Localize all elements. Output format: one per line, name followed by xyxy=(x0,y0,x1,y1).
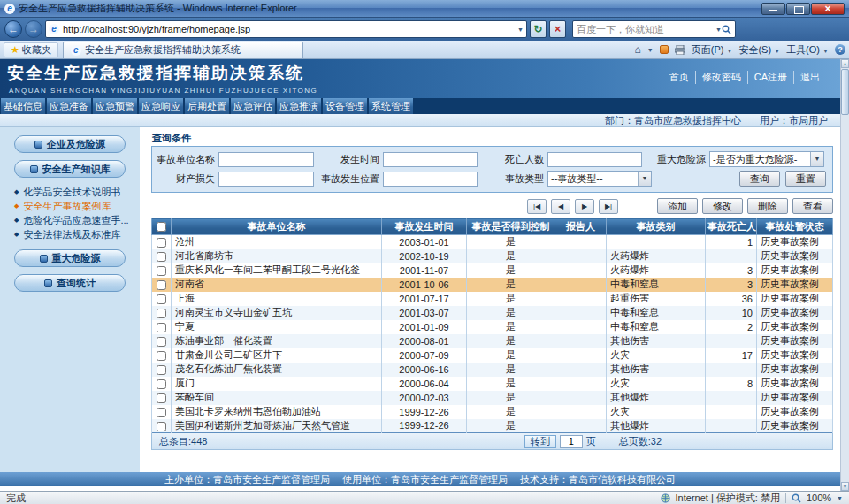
row-checkbox[interactable] xyxy=(157,280,166,290)
table-row[interactable]: 上海2001-07-17是起重伤害36历史事故案例 xyxy=(152,292,833,306)
url-text[interactable]: http://localhost:90/yjzh/frame/homepage.… xyxy=(63,24,514,34)
view-button[interactable]: 查看 xyxy=(792,198,833,214)
row-checkbox[interactable] xyxy=(157,422,166,431)
minimize-button[interactable] xyxy=(761,3,785,15)
unit-name-input[interactable] xyxy=(218,152,314,167)
sidebar-link-hazmat-quick-ref[interactable]: ◆ 危险化学品应急速查手... xyxy=(14,213,140,227)
table-row[interactable]: 河北省廊坊市2002-10-19是火药爆炸历史事故案例 xyxy=(152,249,833,263)
major-hazard-select[interactable]: -是否为重大危险源- ▼ xyxy=(709,151,824,167)
row-checkbox[interactable] xyxy=(157,252,166,262)
property-loss-input[interactable] xyxy=(218,172,314,187)
goto-page-input[interactable] xyxy=(560,435,583,448)
close-button[interactable] xyxy=(811,3,845,15)
sidebar-item-major-hazard[interactable]: 重大危险源 xyxy=(14,249,126,267)
back-button[interactable] xyxy=(4,20,22,38)
row-checkbox[interactable] xyxy=(157,379,166,389)
pager-last-button[interactable]: ▶| xyxy=(599,199,618,214)
menu-equipment[interactable]: 设备管理 xyxy=(323,98,367,114)
search-icon[interactable] xyxy=(722,25,731,34)
table-row[interactable]: 美国伊利诺斯州芝加哥炼油厂天然气管道1999-12-26是其他爆炸历史事故案例 xyxy=(152,419,833,433)
row-checkbox[interactable] xyxy=(157,294,166,304)
menu-emergency-drill[interactable]: 应急推演 xyxy=(277,98,321,114)
sidebar-item-query-stats[interactable]: 查询统计 xyxy=(14,274,126,292)
menu-emergency-warning[interactable]: 应急预警 xyxy=(93,98,137,114)
link-home[interactable]: 首页 xyxy=(663,71,695,84)
row-checkbox[interactable] xyxy=(157,323,166,332)
modify-button[interactable]: 修改 xyxy=(702,198,743,214)
link-change-password[interactable]: 修改密码 xyxy=(695,71,747,84)
print-icon[interactable] xyxy=(675,45,685,55)
search-box[interactable]: 百度一下，你就知道 ▼ xyxy=(572,20,736,38)
link-ca-register[interactable]: CA注册 xyxy=(747,71,793,84)
search-button[interactable]: 查询 xyxy=(739,171,780,187)
row-checkbox[interactable] xyxy=(157,238,166,248)
menu-emergency-response[interactable]: 应急响应 xyxy=(139,98,183,114)
scroll-down-icon[interactable] xyxy=(841,482,849,491)
tools-menu[interactable]: 工具(O) ▼ xyxy=(786,43,829,57)
menu-system[interactable]: 系统管理 xyxy=(369,98,413,114)
location-input[interactable] xyxy=(383,172,478,187)
delete-button[interactable]: 删除 xyxy=(747,198,788,214)
table-row[interactable]: 炼油事业部一催化装置2000-08-01是其他伤害历史事故案例 xyxy=(152,334,833,348)
address-bar[interactable]: e http://localhost:90/yjzh/frame/homepag… xyxy=(45,20,527,38)
pager-first-button[interactable]: |◀ xyxy=(527,199,547,214)
search-placeholder[interactable]: 百度一下，你就知道 xyxy=(577,23,715,36)
menu-emergency-evaluate[interactable]: 应急评估 xyxy=(231,98,275,114)
reset-button[interactable]: 重置 xyxy=(785,171,826,187)
help-icon[interactable]: ? xyxy=(835,44,845,55)
pager-prev-button[interactable]: ◀ xyxy=(551,199,570,214)
sidebar-link-chemical-msds[interactable]: ◆ 化学品安全技术说明书 xyxy=(14,185,140,199)
active-tab[interactable]: e 安全生产应急救援指挥辅助决策系统 xyxy=(63,42,303,58)
row-checkbox[interactable] xyxy=(157,266,166,276)
add-button[interactable]: 添加 xyxy=(657,198,698,214)
sidebar-item-knowledge-base[interactable]: 安全生产知识库 xyxy=(14,160,126,178)
table-row[interactable]: 河南灵宝市义寺山金矿五坑2001-03-07是中毒和窒息10历史事故案例 xyxy=(152,306,833,320)
table-row[interactable]: 苯酚车间2000-02-03是其他爆炸历史事故案例 xyxy=(152,391,833,405)
row-checkbox[interactable] xyxy=(157,393,166,403)
table-row[interactable]: 茂名石化炼油厂焦化装置2000-06-16是其他伤害历史事故案例 xyxy=(152,363,833,377)
page-menu[interactable]: 页面(P) ▼ xyxy=(692,43,733,57)
table-row[interactable]: 甘肃金川公司二矿区井下2000-07-09是火灾17历史事故案例 xyxy=(152,348,833,363)
safety-menu[interactable]: 安全(S) ▼ xyxy=(738,43,780,57)
address-dropdown-icon[interactable]: ▼ xyxy=(517,27,524,33)
goto-page-button[interactable]: 转到 xyxy=(524,435,556,448)
search-dropdown-icon[interactable]: ▼ xyxy=(715,27,722,33)
home-dropdown-icon[interactable]: ▼ xyxy=(647,47,654,53)
forward-button[interactable] xyxy=(25,20,42,38)
menu-basic-info[interactable]: 基础信息 xyxy=(1,98,45,114)
scroll-up-icon[interactable] xyxy=(841,59,849,68)
row-checkbox[interactable] xyxy=(157,351,166,361)
sidebar-link-accident-cases[interactable]: ◆ 安全生产事故案例库 xyxy=(14,199,140,213)
row-checkbox[interactable] xyxy=(157,408,166,417)
row-checkbox[interactable] xyxy=(157,309,166,318)
table-row[interactable]: 重庆长风化一车间二苯甲酮工段二号光化釜2001-11-07是火药爆炸3历史事故案… xyxy=(152,263,833,278)
row-checkbox[interactable] xyxy=(157,365,166,375)
table-row[interactable]: 河南省2001-10-06是中毒和窒息3历史事故案例 xyxy=(152,278,833,292)
row-checkbox[interactable] xyxy=(157,337,166,347)
table-row[interactable]: 沧州2003-01-01是1历史事故案例 xyxy=(152,235,833,249)
occur-time-input[interactable] xyxy=(383,152,478,167)
rss-feed-icon[interactable] xyxy=(660,45,669,54)
scrollbar-track[interactable] xyxy=(841,116,849,482)
home-icon[interactable] xyxy=(635,43,641,56)
table-row[interactable]: 宁夏2001-01-09是中毒和窒息2历史事故案例 xyxy=(152,320,833,334)
favorites-button[interactable]: ★ 收藏夹 xyxy=(4,42,58,57)
pager-next-button[interactable]: ▶ xyxy=(575,199,594,214)
zoom-icon[interactable] xyxy=(792,493,801,503)
deaths-input[interactable] xyxy=(547,152,642,167)
maximize-button[interactable] xyxy=(786,3,810,15)
sidebar-link-laws-standards[interactable]: ◆ 安全法律法规及标准库 xyxy=(14,227,140,241)
table-row[interactable]: 厦门2000-06-04是火灾8历史事故案例 xyxy=(152,377,833,391)
zoom-dropdown-icon[interactable]: ▼ xyxy=(837,495,843,501)
vertical-scrollbar[interactable] xyxy=(840,59,849,491)
link-logout[interactable]: 退出 xyxy=(793,71,826,84)
menu-emergency-prepare[interactable]: 应急准备 xyxy=(47,98,91,114)
refresh-button[interactable] xyxy=(530,20,547,38)
scrollbar-thumb[interactable] xyxy=(841,69,849,115)
accident-type-select[interactable]: --事故类型-- ▼ xyxy=(547,171,652,187)
sidebar-item-enterprise-hazard[interactable]: 企业及危险源 xyxy=(14,135,126,153)
zoom-level[interactable]: 100% xyxy=(807,493,831,503)
stop-button[interactable] xyxy=(549,20,566,38)
select-all-checkbox[interactable] xyxy=(157,222,166,232)
menu-post-disposal[interactable]: 后期处置 xyxy=(185,98,229,114)
